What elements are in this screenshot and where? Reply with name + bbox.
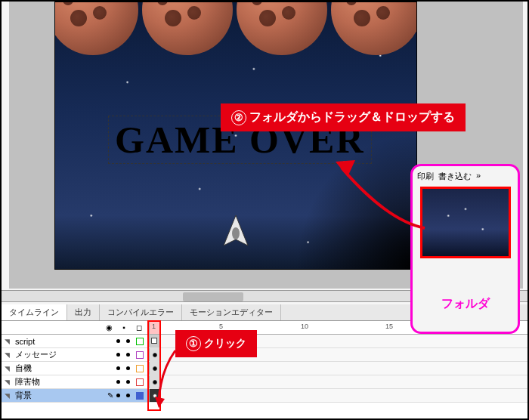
layer-name: メッセージ: [15, 349, 57, 360]
timeline-panel: ◉ ▪ ◻ 1 5 10 15 ◥script ◥メッセージ ◥自機: [2, 321, 529, 419]
vis-dot[interactable]: [116, 353, 120, 357]
tab-timeline[interactable]: タイムライン: [2, 304, 67, 320]
color-swatch[interactable]: [136, 351, 144, 359]
stage-canvas[interactable]: GAME OVER: [54, 2, 417, 270]
ruler-mark: 1: [152, 323, 156, 330]
visibility-column-icon[interactable]: ◉: [104, 323, 114, 332]
callout-number-icon: ②: [231, 110, 246, 125]
layer-frames[interactable]: [149, 362, 529, 375]
layer-row-background[interactable]: ◥背景✎: [2, 389, 529, 403]
folder-thumbnail[interactable]: [420, 187, 511, 258]
vis-dot[interactable]: [116, 339, 120, 343]
lock-dot[interactable]: [126, 366, 130, 370]
layer-name: script: [15, 337, 35, 346]
callout-click: ①クリック: [175, 330, 257, 357]
svg-point-1: [232, 227, 240, 239]
callout-number-icon: ①: [186, 336, 201, 351]
callout-text: フォルダからドラッグ＆ドロップする: [249, 110, 455, 123]
player-ship-icon: [221, 214, 251, 252]
fold-icon[interactable]: ◥: [5, 365, 12, 372]
tab-compile-error[interactable]: コンパイルエラー: [100, 304, 182, 320]
lock-dot[interactable]: [126, 339, 130, 343]
layer-row-message[interactable]: ◥メッセージ: [2, 348, 529, 362]
callout-text: クリック: [204, 337, 246, 349]
layer-name: 障害物: [15, 376, 40, 388]
layer-row-script[interactable]: ◥script: [2, 335, 529, 348]
color-swatch[interactable]: [136, 365, 144, 372]
layer-name: 自機: [15, 363, 32, 374]
color-swatch[interactable]: [136, 378, 144, 386]
lock-column-icon[interactable]: ▪: [119, 323, 129, 332]
lock-dot[interactable]: [126, 380, 130, 384]
pencil-icon: ✎: [107, 391, 113, 400]
vis-dot[interactable]: [116, 380, 120, 384]
color-swatch[interactable]: [136, 338, 144, 345]
ruler-mark: 15: [385, 323, 393, 330]
ruler-mark: 10: [301, 323, 308, 330]
layers-list: ◥script ◥メッセージ ◥自機 ◥障害物 ◥背景✎: [2, 335, 529, 403]
more-icon[interactable]: »: [476, 171, 481, 182]
folder-panel: 印刷 書き込む » フォルダ: [410, 164, 520, 334]
lock-dot[interactable]: [126, 394, 130, 397]
layer-frames[interactable]: [149, 375, 529, 388]
lock-dot[interactable]: [126, 353, 130, 357]
vis-dot[interactable]: [116, 394, 120, 397]
print-link[interactable]: 印刷: [417, 171, 434, 182]
outline-column-icon[interactable]: ◻: [134, 323, 144, 332]
layer-name: 背景: [15, 390, 32, 401]
fold-icon[interactable]: ◥: [5, 392, 12, 400]
tab-motion-editor[interactable]: モーションエディター: [182, 304, 281, 320]
vis-dot[interactable]: [116, 366, 120, 370]
write-link[interactable]: 書き込む: [438, 171, 472, 182]
scrollbar-thumb[interactable]: [183, 292, 243, 301]
fold-icon[interactable]: ◥: [5, 378, 12, 386]
tab-output[interactable]: 出力: [67, 304, 100, 320]
layer-frames[interactable]: [149, 389, 529, 402]
callout-drag-drop: ②フォルダからドラッグ＆ドロップする: [221, 103, 466, 131]
layer-row-obstacle[interactable]: ◥障害物: [2, 375, 529, 389]
fold-icon[interactable]: ◥: [5, 338, 12, 345]
fold-icon[interactable]: ◥: [5, 351, 12, 359]
layer-row-player[interactable]: ◥自機: [2, 362, 529, 375]
color-swatch[interactable]: [136, 392, 144, 400]
folder-label: フォルダ: [417, 296, 513, 312]
ruler-mark: 5: [219, 323, 223, 330]
